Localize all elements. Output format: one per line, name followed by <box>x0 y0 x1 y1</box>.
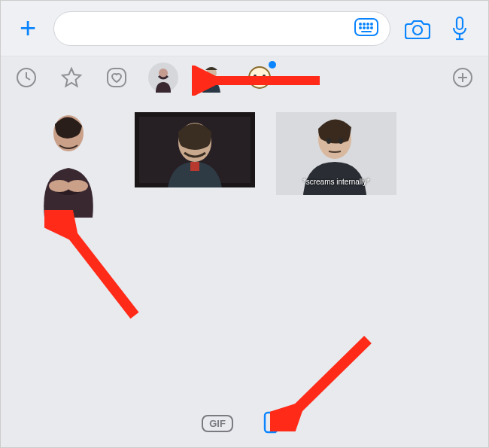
sticker-grid: *screams internally* <box>1 99 488 400</box>
sticker-pack-row <box>1 56 488 99</box>
svg-rect-11 <box>457 17 463 29</box>
svg-point-35 <box>339 138 343 144</box>
new-badge <box>269 61 276 69</box>
svg-rect-31 <box>190 162 199 171</box>
add-pack-icon[interactable] <box>449 64 476 91</box>
message-text-field[interactable] <box>65 22 354 35</box>
message-input[interactable] <box>53 11 390 46</box>
recent-icon[interactable] <box>13 64 40 91</box>
camera-icon[interactable] <box>402 14 433 44</box>
pack-thumb-tony[interactable] <box>148 62 178 93</box>
favorites-icon[interactable] <box>58 64 85 91</box>
svg-point-5 <box>360 27 361 29</box>
svg-rect-0 <box>355 19 378 35</box>
svg-point-1 <box>360 23 361 25</box>
gif-button[interactable]: GIF <box>202 415 233 432</box>
sticker-thor-ragnarok[interactable] <box>135 112 255 187</box>
svg-point-2 <box>363 23 365 25</box>
svg-point-3 <box>367 23 369 25</box>
mic-icon[interactable] <box>445 14 475 44</box>
svg-point-8 <box>371 27 372 29</box>
svg-point-6 <box>363 27 365 29</box>
bottom-mode-bar: GIF <box>1 399 488 447</box>
heart-icon[interactable] <box>103 64 130 91</box>
keyboard-icon[interactable] <box>354 17 379 40</box>
svg-point-27 <box>67 180 88 192</box>
pack-thumb-thor[interactable] <box>196 62 226 93</box>
svg-point-7 <box>367 27 369 29</box>
sticker-tony-arms-crossed[interactable] <box>23 112 114 218</box>
svg-point-20 <box>263 75 266 78</box>
sticker-caption: *screams internally* <box>303 178 369 186</box>
svg-point-18 <box>249 67 270 88</box>
sticker-button[interactable] <box>263 410 287 437</box>
svg-point-4 <box>371 23 372 25</box>
svg-point-34 <box>327 138 331 144</box>
pack-thumb-spiderman[interactable] <box>244 62 275 93</box>
svg-point-10 <box>413 26 422 35</box>
svg-rect-15 <box>108 69 126 87</box>
svg-point-19 <box>254 75 257 78</box>
add-button[interactable]: + <box>14 12 41 44</box>
compose-top-bar: + <box>1 1 488 56</box>
sticker-peter-screams[interactable]: *screams internally* <box>276 112 396 195</box>
svg-point-26 <box>49 180 70 192</box>
